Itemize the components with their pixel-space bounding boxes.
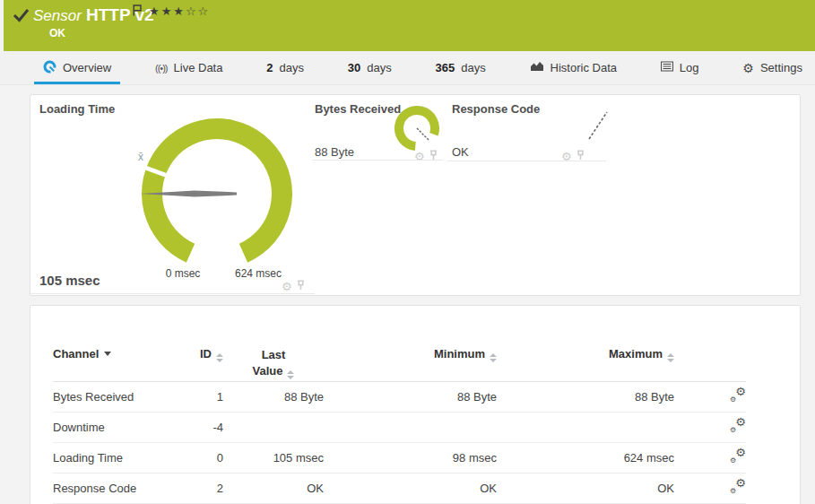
table-row: Bytes Received 1 88 Byte 88 Byte 88 Byte… — [53, 382, 746, 413]
channel-minimum — [324, 413, 497, 443]
sort-icon — [216, 353, 223, 362]
channel-name[interactable]: Loading Time — [53, 443, 196, 474]
pin-icon[interactable] — [429, 148, 438, 164]
gauge-title-response-code: Response Code — [452, 102, 540, 116]
gauge-icon — [43, 60, 56, 76]
table-row: Downtime -4 ⚙⚙ — [53, 413, 746, 443]
log-icon — [661, 61, 673, 74]
sort-desc-icon — [104, 352, 111, 356]
tab-label: days — [280, 61, 304, 74]
tab-label: days — [461, 61, 485, 74]
sort-icon — [667, 353, 674, 362]
tab-historic-data[interactable]: Historic Data — [528, 51, 619, 84]
channel-maximum: OK — [497, 474, 674, 504]
loading-time-gauge: x̄ — [127, 104, 307, 270]
tab-number: 2 — [266, 61, 273, 74]
channel-name[interactable]: Bytes Received — [53, 382, 196, 413]
tab-30-days[interactable]: 30 days — [346, 51, 394, 84]
channel-minimum: 88 Byte — [324, 382, 497, 413]
channel-last-value — [223, 413, 324, 443]
channel-name[interactable]: Downtime — [53, 413, 196, 443]
gauge-title-loading-time: Loading Time — [39, 102, 115, 116]
column-header-last-value[interactable]: Last Value — [223, 343, 324, 382]
column-header-maximum[interactable]: Maximum — [497, 343, 674, 382]
tab-365-days[interactable]: 365 days — [434, 51, 488, 84]
gauges-panel: Loading Time x̄ 0 msec 624 msec 105 msec… — [30, 94, 801, 296]
bytes-received-value: 88 Byte — [315, 145, 354, 159]
column-header-channel[interactable]: Channel — [53, 343, 196, 382]
channel-maximum — [497, 413, 674, 443]
sort-icon — [490, 353, 497, 362]
channel-minimum: 98 msec — [324, 443, 497, 474]
channels-table: Channel ID Last Value Minimum Maximum By… — [53, 343, 746, 504]
sort-icon — [287, 370, 294, 379]
cell-actions: ⚙ — [282, 278, 306, 294]
channel-last-value: OK — [223, 474, 324, 504]
tab-overview[interactable]: Overview — [41, 51, 113, 84]
tab-label: Settings — [760, 61, 802, 74]
column-header-id[interactable]: ID — [196, 343, 223, 382]
gauge-needle — [417, 128, 429, 140]
table-row: Loading Time 0 105 msec 98 msec 624 msec… — [53, 443, 746, 474]
tab-log[interactable]: Log — [659, 51, 701, 84]
tab-number: 365 — [436, 61, 455, 74]
gauge-max-label: 624 msec — [230, 267, 287, 280]
channel-id: 0 — [196, 443, 223, 474]
column-header-actions — [674, 343, 746, 382]
sensor-type-label: Sensor — [33, 7, 82, 25]
channels-panel: Channel ID Last Value Minimum Maximum By… — [30, 305, 801, 504]
channel-settings-icon[interactable]: ⚙⚙ — [729, 389, 746, 403]
channel-id: 1 — [196, 382, 223, 413]
channel-id: -4 — [196, 413, 223, 443]
live-data-icon: ((•)) — [155, 63, 168, 74]
channel-minimum: OK — [324, 474, 497, 504]
channel-last-value: 88 Byte — [223, 382, 324, 413]
cell-actions: ⚙ — [414, 148, 438, 164]
tab-label: Live Data — [174, 61, 223, 74]
check-icon — [13, 8, 30, 26]
channel-maximum: 88 Byte — [497, 382, 674, 413]
response-code-gauge — [585, 109, 611, 142]
average-marker: x̄ — [138, 151, 143, 163]
pin-icon[interactable] — [296, 278, 306, 294]
sensor-name: HTTP v2 — [86, 5, 154, 25]
channel-last-value: 105 msec — [223, 443, 324, 474]
tab-label: days — [367, 61, 391, 74]
channel-settings-icon[interactable]: ⚙⚙ — [729, 420, 746, 433]
channel-maximum: 624 msec — [497, 443, 674, 474]
cell-actions: ⚙ — [561, 148, 585, 164]
tab-label: Overview — [63, 61, 111, 74]
pin-icon[interactable] — [576, 148, 585, 164]
channel-settings-icon[interactable]: ⚙⚙ — [729, 450, 746, 464]
tab-label: Historic Data — [551, 61, 617, 74]
cell-divider — [312, 160, 443, 161]
gauge-needle — [589, 112, 607, 139]
loading-time-value: 105 msec — [39, 273, 100, 288]
sensor-header: Sensor HTTP v2 ★★★☆☆ OK — [4, 0, 815, 51]
tab-label: Log — [680, 61, 699, 74]
response-code-value: OK — [452, 145, 469, 159]
gear-icon: ⚙ — [742, 61, 754, 75]
tab-number: 30 — [348, 61, 360, 74]
tab-bar: Overview ((•)) Live Data 2 days 30 days … — [0, 51, 815, 85]
channel-name[interactable]: Response Code — [53, 474, 196, 504]
table-header-row: Channel ID Last Value Minimum Maximum — [53, 343, 746, 382]
prtg-sensor-page: Sensor HTTP v2 ★★★☆☆ OK Overview ((•)) L… — [0, 0, 815, 504]
sensor-status-badge: OK — [49, 27, 65, 39]
historic-data-icon — [530, 61, 544, 74]
flag-icon[interactable] — [133, 4, 142, 20]
tab-settings[interactable]: ⚙ Settings — [741, 51, 804, 84]
channel-settings-icon[interactable]: ⚙⚙ — [729, 481, 746, 494]
table-row: Response Code 2 OK OK OK ⚙⚙ — [53, 474, 746, 504]
cell-divider — [30, 293, 315, 294]
tab-live-data[interactable]: ((•)) Live Data — [153, 51, 224, 84]
channel-id: 2 — [196, 474, 223, 504]
column-header-minimum[interactable]: Minimum — [324, 343, 497, 382]
cell-divider — [447, 161, 606, 161]
tab-2-days[interactable]: 2 days — [264, 51, 306, 84]
priority-stars[interactable]: ★★★☆☆ — [149, 4, 210, 18]
gauge-min-label: 0 msec — [154, 267, 212, 280]
gear-icon[interactable]: ⚙ — [282, 281, 292, 292]
